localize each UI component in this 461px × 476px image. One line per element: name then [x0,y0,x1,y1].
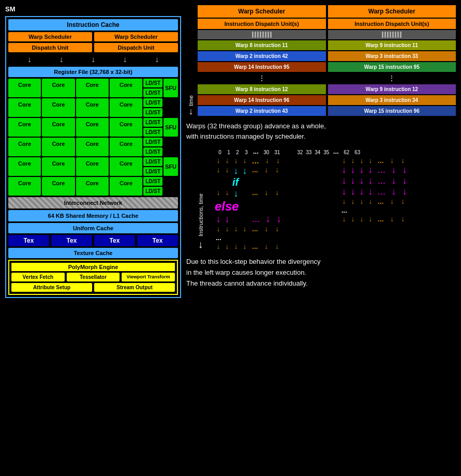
dots-between-2: ... [333,147,339,155]
description-2: Due to this lock-step behavior the diver… [186,257,456,289]
ldst-col-6: LD/ST LD/ST [143,177,162,196]
warp-scheduler-diagram: time ↓ Warp Scheduler Instruction Dispat… [186,5,456,117]
desc2-line1: Due to this lock-step behavior the diver… [186,258,320,265]
instr-1-2: Warp 2 instruction 42 [198,51,326,61]
tnum-31: 31 [273,150,282,155]
pipe-bar [382,32,383,38]
ra2-63: ↓ [400,165,409,175]
ldst-1: LD/ST [143,79,162,87]
shared-memory: 64 KB Shared Memory / L1 Cache [8,210,178,221]
core-5-1: Core [8,157,41,176]
ldst-5: LD/ST [143,118,162,127]
r-arrow-row-6: ↓ ↓ ↓ ↓ ... ↓ ↓ [340,215,456,223]
ldst-sfu-2: LD/ST LD/ST [143,98,178,117]
tnum-34: 34 [314,150,321,155]
pipe-bar [255,32,256,38]
sfu-5: SFU [163,157,178,176]
core-5-2: Core [42,157,75,176]
r-dots-bottom: ... [341,205,456,215]
ldst-8: LD/ST [143,147,162,156]
tnum-0: 0 [216,150,224,155]
a2-0: ↓ [215,166,222,176]
ra4-33: ↓ [349,186,356,197]
sm-panel: SM Instruction Cache Warp Scheduler Warp… [5,5,181,298]
arrow-row-4: ↓ ↓ ... ↓ ↓ [215,214,330,225]
instruction-cache: Instruction Cache [8,19,178,31]
pipe-bar [392,32,394,38]
a5-31: ↓ [273,225,282,233]
a3-0: ↓ [215,188,222,199]
a1-30: ↓ [262,156,272,166]
a1-1: ↓ [224,156,231,166]
group4-nums: 62 63 [342,150,362,155]
cores-row-4: Core Core Core Core LD/ST LD/ST [8,138,178,156]
group1-nums: 0 1 2 3 [216,150,250,155]
arrow-row-1: ↓ ↓ ↓ ↓ ... ↓ ↓ [215,156,330,166]
y-axis-arrow: ↓ [198,239,203,250]
uniform-cache: Uniform Cache [8,223,178,233]
core-6-4: Core [110,177,142,196]
tnum-35: 35 [323,150,330,155]
a5-2: ↓ [232,225,240,233]
ra1-34: ↓ [358,156,365,165]
ws-header-2: Warp Scheduler [328,5,456,18]
instr-2-4: Warp 9 instruction 12 [328,84,456,94]
instr-rows-2: Warp 9 instruction 11 Warp 3 instruction… [328,40,456,117]
a3-31: ↓ [273,188,282,199]
sm-box: Instruction Cache Warp Scheduler Warp Sc… [5,16,181,298]
a6-0: ↓ [215,242,222,250]
a6-1: ↓ [224,242,231,250]
ra4-32: ↓ [340,186,348,197]
a3-3-skip [241,188,248,199]
cores-row-6: Core Core Core Core LD/ST LD/ST [8,177,178,196]
instr-1-1: Warp 8 instruction 11 [198,40,326,50]
a2-1: ↓ [224,166,231,176]
ldst-6: LD/ST [143,128,162,137]
sfu-placeholder-6 [163,177,178,196]
threads-area: ↓ ↓ ↓ ↓ ... ↓ ↓ ↓ ↓ ↓ ↓ [215,156,456,250]
ra1-32: ↓ [340,156,348,165]
ldst-col-5: LD/ST LD/ST [143,157,162,176]
dots-l5: ... [252,225,258,233]
ra3-33: ↓ [349,175,356,186]
right-warp-block: ↓ ↓ ↓ ↓ ... ↓ ↓ ↓ ↓ ↓ ↓ [340,156,456,223]
dispatch-unit-2: Dispatch Unit [94,43,178,52]
polymorph-box: PolyMorph Engine Vertex Fetch Tessellato… [8,260,178,295]
ldst-sfu-3: LD/ST LD/ST SFU [143,118,178,137]
time-arrow-top: ↓ [189,106,194,117]
warp-scheduler-2: Warp Scheduler [94,32,178,41]
pipe-bar [262,32,264,38]
ra1-62: ↓ [388,156,397,165]
arrows-row: ↓ ↓ ↓ ↓ ↓ [8,54,178,65]
arrow-row-6: ↓ ↓ ↓ ↓ ... ↓ ↓ [215,242,330,250]
ra6-34: ↓ [358,215,365,223]
pipeline-indicator-2 [328,30,456,39]
r-dots-1: ... [378,156,384,165]
arrow-down-4: ↓ [123,55,127,64]
dots-l1: ... [252,156,259,166]
time-label-top: time [188,35,194,106]
ra4-35: ↓ [367,186,374,197]
tnum-62: 62 [342,150,351,155]
core-2-1: Core [8,98,41,117]
warp-col-2: Warp Scheduler Instruction Dispatch Unit… [328,5,456,117]
tnum-30: 30 [262,150,271,155]
a5-3: ↓ [241,225,248,233]
instr-2-1: Warp 9 instruction 11 [328,40,456,50]
cores-row-5: Core Core Core Core LD/ST LD/ST SFU [8,157,178,176]
tex-1: Tex [8,235,49,246]
ra3-63: ↓ [400,175,409,186]
a6-3: ↓ [241,242,248,250]
tex-4: Tex [137,235,178,246]
core-2-4: Core [110,98,142,117]
ldst-2: LD/ST [143,88,162,97]
y-axis-label: Instructions, time [198,156,204,239]
arrow-row-5: ↓ ↓ ↓ ↓ ... ↓ ↓ [215,225,330,233]
register-file: Register File (32,768 x 32-bit) [8,67,178,77]
a4-3-skip2 [241,214,248,225]
core-1-1: Core [8,79,41,97]
r-arrow-row-1: ↓ ↓ ↓ ↓ ... ↓ ↓ [340,156,456,165]
ra5-34: ↓ [358,197,365,205]
dispatch-units-row: Dispatch Unit Dispatch Unit [8,43,178,52]
ldst-sfu-6: LD/ST LD/ST [143,177,178,196]
